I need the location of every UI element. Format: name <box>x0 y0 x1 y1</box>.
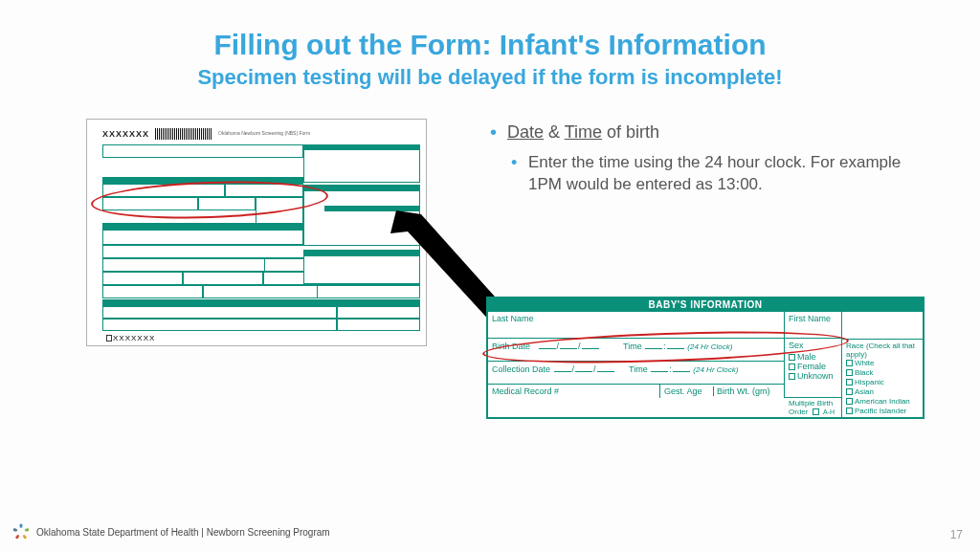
slide-subtitle: Specimen testing will be delayed if the … <box>0 65 980 90</box>
field-race: Race (Check all that apply) White Black … <box>842 339 923 398</box>
bullet-24hr-note: Enter the time using the 24 hour clock. … <box>488 152 923 196</box>
slide-footer: Oklahoma State Department of Health | Ne… <box>11 522 330 541</box>
thumb-bottom-code: XXXXXXX <box>106 334 155 342</box>
thumb-form-title: Oklahoma Newborn Screening (NBS) Form <box>218 131 310 137</box>
bullet-list: Date & Time of birth Enter the time usin… <box>488 122 923 196</box>
osdh-logo-icon <box>11 522 31 541</box>
form-detail-baby-info: BABY'S INFORMATION Last Name First Name … <box>486 297 924 419</box>
bullet-date-time: Date & Time of birth <box>488 122 923 143</box>
field-collection-date: Collection Date // Time : (24 Hr Clock) <box>488 362 785 385</box>
field-birth-wt: Birth Wt. (gm) <box>714 386 780 396</box>
field-medical-record: Medical Record # <box>488 385 660 398</box>
slide-title: Filling out the Form: Infant's Informati… <box>0 0 980 61</box>
page-number: 17 <box>950 528 963 541</box>
footer-text: Oklahoma State Department of Health | Ne… <box>36 527 330 538</box>
field-gest-age: Gest. Age <box>664 386 714 396</box>
thumb-code: XXXXXXX <box>102 129 149 139</box>
detail-header: BABY'S INFORMATION <box>488 298 923 312</box>
field-multiple-birth: Multiple Birth Order A-H <box>785 398 842 419</box>
barcode-icon <box>155 128 212 140</box>
form-thumbnail: XXXXXXX Oklahoma Newborn Screening (NBS)… <box>86 119 427 346</box>
